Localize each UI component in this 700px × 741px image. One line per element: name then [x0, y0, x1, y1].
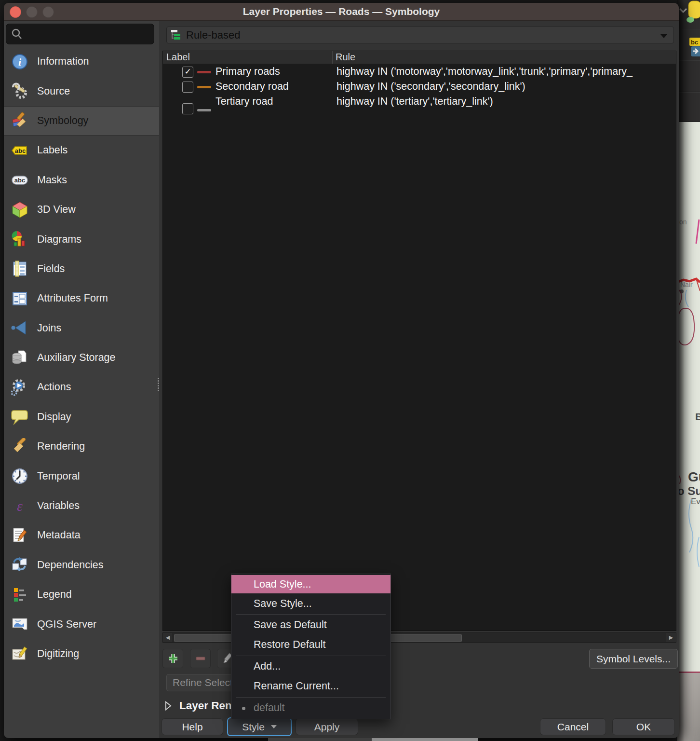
- sidebar-item-temporal[interactable]: Temporal: [4, 461, 159, 491]
- cycle-arrows-icon: [10, 556, 29, 574]
- menu-item-rename-current[interactable]: Rename Current...: [231, 677, 390, 695]
- sidebar-item-symbology[interactable]: Symbology: [4, 106, 159, 136]
- label-abc-text: bc: [691, 39, 698, 46]
- rule-row-primary[interactable]: ✓ Primary roads highway IN ('motorway','…: [163, 65, 676, 80]
- info-icon: i: [10, 53, 29, 71]
- check-icon: ✓: [184, 67, 191, 76]
- rules-table-header: Label Rule: [163, 51, 676, 64]
- sidebar-item-display[interactable]: Display: [4, 402, 159, 432]
- sidebar-item-label: Variables: [37, 500, 80, 512]
- sidebar-item-qgis-server[interactable]: QGIS Server: [4, 609, 159, 639]
- layer-rendering-section[interactable]: Layer Ren: [164, 699, 232, 713]
- sidebar-item-label: Rendering: [37, 440, 85, 453]
- sidebar-item-label: Dependencies: [37, 559, 103, 571]
- properties-sidebar: i Information Source Symbology abc Label…: [4, 21, 159, 738]
- svg-text:i: i: [18, 56, 22, 68]
- titlebar[interactable]: Layer Properties — Roads — Symbology: [4, 3, 679, 21]
- scroll-right-arrow[interactable]: ▶: [666, 633, 676, 642]
- sidebar-item-label: Metadata: [37, 529, 81, 541]
- sidebar-item-actions[interactable]: Actions: [4, 372, 159, 402]
- paintbrush-flag-icon: [10, 111, 29, 130]
- menu-item-default[interactable]: default: [231, 699, 390, 717]
- remove-rule-button[interactable]: [190, 649, 211, 668]
- sidebar-item-dependencies[interactable]: Dependencies: [4, 550, 159, 580]
- plus-icon: [167, 652, 179, 665]
- epsilon-icon: ε: [10, 497, 29, 515]
- sidebar-search[interactable]: [6, 24, 154, 44]
- svg-text:abc: abc: [14, 177, 25, 184]
- apply-button[interactable]: Apply: [296, 718, 358, 735]
- rules-table[interactable]: Label Rule ✓ Primary roads highway IN ('…: [162, 51, 676, 631]
- renderer-type-select[interactable]: Rule-based: [166, 27, 674, 43]
- background-fragment: [268, 738, 372, 741]
- expand-triangle-icon: [164, 701, 172, 711]
- abc-tag-icon: abc: [10, 141, 29, 160]
- sidebar-item-3d-view[interactable]: 3D View: [4, 195, 159, 224]
- pie-chart-icon: [10, 230, 29, 248]
- rule-checkbox[interactable]: [182, 82, 193, 93]
- sidebar-item-attributes-form[interactable]: Attributes Form: [4, 284, 159, 313]
- rule-label: Primary roads: [215, 66, 280, 78]
- help-button[interactable]: Help: [162, 718, 223, 735]
- sidebar-item-label: Display: [37, 411, 71, 423]
- rule-row-tertiary[interactable]: Tertiary road highway IN ('tertiary','te…: [163, 95, 676, 118]
- sidebar-item-information[interactable]: i Information: [4, 47, 159, 76]
- rule-checkbox[interactable]: [182, 103, 193, 114]
- sidebar-item-variables[interactable]: ε Variables: [4, 491, 159, 521]
- ok-button[interactable]: OK: [612, 718, 675, 735]
- map-label: Ev: [691, 497, 700, 506]
- map-label: Gu: [688, 469, 700, 484]
- rule-line-swatch: [197, 109, 211, 111]
- menu-item-save-style[interactable]: Save Style...: [231, 594, 390, 613]
- rule-row-secondary[interactable]: Secondary road highway IN ('secondary','…: [163, 80, 676, 95]
- rule-expression: highway IN ('motorway','motorway_link','…: [337, 66, 676, 78]
- splitter-handle[interactable]: [157, 377, 159, 391]
- sidebar-item-label: QGIS Server: [37, 618, 96, 631]
- rule-checkbox[interactable]: ✓: [182, 67, 193, 78]
- brush-icon: [10, 438, 29, 456]
- sidebar-item-auxiliary-storage[interactable]: Auxiliary Storage: [4, 343, 159, 372]
- map-tips-icon-dot: [687, 17, 694, 23]
- sidebar-item-digitizing[interactable]: Digitizing: [4, 639, 159, 669]
- sidebar-item-label: Attributes Form: [37, 292, 108, 304]
- sidebar-list: i Information Source Symbology abc Label…: [4, 47, 159, 669]
- sidebar-item-fields[interactable]: Fields: [4, 254, 159, 284]
- chevron-down-icon: [660, 34, 667, 38]
- map-tips-icon[interactable]: [688, 1, 700, 18]
- sidebar-item-source[interactable]: Source: [4, 76, 159, 106]
- chevron-down-icon: [271, 725, 277, 728]
- add-rule-button[interactable]: [162, 649, 183, 668]
- sidebar-item-diagrams[interactable]: Diagrams: [4, 224, 159, 254]
- screen: bc on Nair B: [0, 0, 700, 741]
- form-icon: [10, 289, 29, 308]
- search-input[interactable]: [26, 25, 150, 43]
- rule-expression: highway IN ('secondary','secondary_link'…: [337, 81, 676, 93]
- rule-line-swatch: [197, 71, 211, 73]
- symbol-levels-button[interactable]: Symbol Levels...: [589, 649, 678, 669]
- menu-item-add[interactable]: Add...: [231, 657, 390, 675]
- legend-list-icon: [10, 586, 29, 604]
- sidebar-item-legend[interactable]: Legend: [4, 580, 159, 609]
- sidebar-item-label: Legend: [37, 589, 72, 601]
- speech-bubble-icon: [10, 408, 29, 426]
- menu-item-restore-default[interactable]: Restore Default: [231, 635, 390, 654]
- cancel-button[interactable]: Cancel: [540, 718, 606, 735]
- column-header-label: Label: [166, 52, 190, 63]
- style-button[interactable]: Style: [227, 717, 292, 736]
- scroll-left-arrow[interactable]: ◀: [163, 633, 173, 642]
- sidebar-item-rendering[interactable]: Rendering: [4, 432, 159, 461]
- wrench-gear-icon: [10, 82, 29, 100]
- sidebar-item-metadata[interactable]: Metadata: [4, 521, 159, 550]
- rule-label: Secondary road: [215, 81, 289, 93]
- map-label: B: [695, 411, 700, 422]
- sidebar-item-labels[interactable]: abc Labels: [4, 136, 159, 165]
- map-page-icon: [10, 615, 29, 633]
- sidebar-item-joins[interactable]: Joins: [4, 314, 159, 343]
- layer-rendering-label: Layer Ren: [179, 700, 232, 712]
- search-icon: [12, 28, 22, 40]
- menu-item-load-style[interactable]: Load Style...: [231, 575, 390, 593]
- sidebar-item-masks[interactable]: abc Masks: [4, 165, 159, 195]
- sidebar-item-label: Source: [37, 85, 70, 97]
- menu-item-save-as-default[interactable]: Save as Default: [231, 616, 390, 634]
- svg-text:abc: abc: [15, 147, 26, 154]
